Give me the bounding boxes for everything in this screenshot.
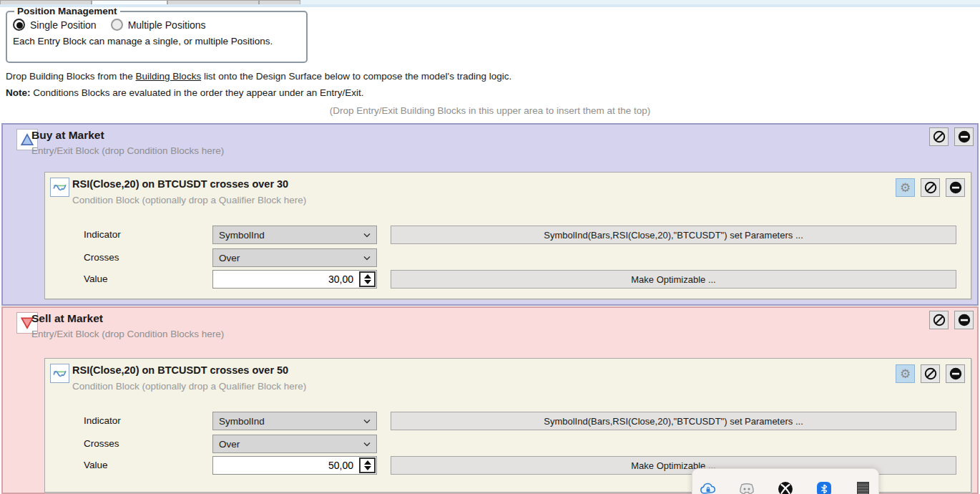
make-optimizable-button[interactable]: Make Optimizable ... bbox=[391, 270, 956, 289]
disable-icon bbox=[932, 130, 946, 144]
radio-single-position[interactable]: Single Position bbox=[13, 19, 97, 31]
settings-button[interactable]: ⚙ bbox=[896, 178, 915, 197]
radio-multiple-positions-label: Multiple Positions bbox=[128, 19, 206, 31]
indicator-label: Indicator bbox=[84, 415, 121, 426]
crosses-dropdown[interactable]: Over bbox=[212, 248, 377, 267]
disable-icon bbox=[923, 367, 938, 381]
settings-button[interactable]: ⚙ bbox=[896, 364, 915, 383]
instruction-text-post: list onto the Design Surface below to co… bbox=[201, 71, 511, 82]
indicator-value: SymbolInd bbox=[219, 416, 265, 427]
crosses-label: Crosses bbox=[84, 252, 119, 263]
note-line: Note: Conditions Blocks are evaluated in… bbox=[6, 87, 364, 98]
chevron-down-icon bbox=[363, 233, 371, 238]
radio-selected-icon[interactable] bbox=[13, 19, 25, 31]
remove-block-button[interactable] bbox=[954, 127, 974, 146]
instruction-line: Drop Building Blocks from the Building B… bbox=[6, 71, 511, 82]
condition-subtitle: Condition Block (optionally drop a Quali… bbox=[72, 381, 306, 392]
entry-block-buy[interactable]: Buy at Market Entry/Exit Block (drop Con… bbox=[1, 123, 979, 306]
disable-condition-button[interactable] bbox=[921, 364, 940, 383]
indicator-value: SymbolInd bbox=[219, 230, 265, 241]
wave-icon bbox=[52, 366, 67, 381]
remove-icon bbox=[949, 367, 963, 381]
set-parameters-button[interactable]: SymbolInd(Bars,RSI(Close,20),"BTCUSDT") … bbox=[391, 412, 956, 430]
disable-block-button[interactable] bbox=[929, 127, 949, 146]
value-spinner[interactable] bbox=[212, 270, 377, 289]
indicator-dropdown[interactable]: SymbolInd bbox=[212, 412, 377, 430]
condition-block[interactable]: RSI(Close,20) on BTCUSDT crosses over 30… bbox=[44, 172, 971, 299]
remove-condition-button[interactable] bbox=[946, 178, 965, 197]
drop-zone-hint: (Drop Entry/Exit Building Blocks in this… bbox=[0, 105, 980, 116]
bluetooth-icon[interactable] bbox=[815, 480, 833, 494]
spin-buttons[interactable] bbox=[359, 271, 376, 287]
condition-title: RSI(Close,20) on BTCUSDT crosses over 50 bbox=[72, 364, 288, 376]
building-blocks-link[interactable]: Building Blocks bbox=[136, 71, 202, 82]
chevron-down-icon bbox=[363, 256, 371, 261]
remove-icon bbox=[957, 313, 971, 327]
disable-icon bbox=[923, 180, 938, 195]
position-mode-radios: Single Position Multiple Positions bbox=[13, 19, 300, 31]
radio-unselected-icon[interactable] bbox=[111, 19, 123, 31]
remove-block-button[interactable] bbox=[954, 311, 974, 329]
crosses-value: Over bbox=[219, 253, 240, 263]
crosses-dropdown[interactable]: Over bbox=[212, 435, 377, 453]
value-label: Value bbox=[84, 460, 108, 470]
crosses-value: Over bbox=[219, 439, 240, 450]
spinner-down-icon[interactable] bbox=[364, 280, 371, 284]
indicator-icon-box bbox=[50, 178, 69, 197]
radio-single-position-label: Single Position bbox=[30, 19, 97, 31]
spinner-down-icon[interactable] bbox=[364, 466, 371, 470]
xbox-icon[interactable] bbox=[777, 480, 794, 494]
indicator-label: Indicator bbox=[84, 229, 121, 240]
chevron-down-icon bbox=[363, 442, 371, 447]
remove-icon bbox=[949, 180, 963, 195]
position-management-title: Position Management bbox=[14, 6, 120, 16]
block-subtitle: Entry/Exit Block (drop Condition Blocks … bbox=[31, 329, 224, 339]
position-management-caption: Each Entry Block can manage a single, or… bbox=[13, 36, 300, 47]
radio-multiple-positions[interactable]: Multiple Positions bbox=[111, 19, 206, 31]
system-tray-popup bbox=[692, 468, 879, 494]
disable-icon bbox=[932, 313, 946, 327]
position-management-group: Position Management Single Position Mult… bbox=[6, 6, 308, 63]
cloud-lock-icon[interactable] bbox=[700, 480, 717, 494]
wave-icon bbox=[52, 180, 67, 195]
indicator-icon-box bbox=[50, 364, 69, 383]
note-text: Conditions Blocks are evaluated in the o… bbox=[31, 87, 364, 98]
disable-condition-button[interactable] bbox=[921, 178, 940, 197]
remove-condition-button[interactable] bbox=[946, 364, 965, 383]
remove-icon bbox=[957, 130, 971, 144]
value-spinner[interactable] bbox=[212, 456, 377, 475]
exit-block-sell[interactable]: Sell at Market Entry/Exit Block (drop Co… bbox=[1, 306, 979, 494]
instruction-text-pre: Drop Building Blocks from the bbox=[6, 71, 136, 82]
gear-icon: ⚙ bbox=[900, 368, 911, 380]
chevron-down-icon bbox=[363, 419, 371, 424]
value-label: Value bbox=[84, 273, 108, 284]
block-title: Buy at Market bbox=[31, 129, 104, 142]
server-icon[interactable] bbox=[854, 480, 871, 494]
spin-buttons[interactable] bbox=[359, 457, 376, 473]
gear-icon: ⚙ bbox=[900, 182, 911, 194]
spinner-up-icon[interactable] bbox=[364, 460, 371, 465]
value-input[interactable] bbox=[213, 271, 356, 288]
condition-subtitle: Condition Block (optionally drop a Quali… bbox=[72, 195, 306, 205]
spinner-up-icon[interactable] bbox=[364, 274, 371, 279]
discord-icon[interactable] bbox=[738, 480, 755, 494]
block-title: Sell at Market bbox=[31, 312, 103, 325]
disable-block-button[interactable] bbox=[929, 311, 949, 329]
value-input[interactable] bbox=[213, 457, 356, 474]
set-parameters-button[interactable]: SymbolInd(Bars,RSI(Close,20),"BTCUSDT") … bbox=[391, 226, 956, 244]
indicator-dropdown[interactable]: SymbolInd bbox=[212, 226, 377, 244]
note-label: Note: bbox=[6, 87, 31, 98]
condition-title: RSI(Close,20) on BTCUSDT crosses over 30 bbox=[72, 178, 288, 190]
crosses-label: Crosses bbox=[84, 438, 119, 449]
block-subtitle: Entry/Exit Block (drop Condition Blocks … bbox=[31, 145, 224, 156]
